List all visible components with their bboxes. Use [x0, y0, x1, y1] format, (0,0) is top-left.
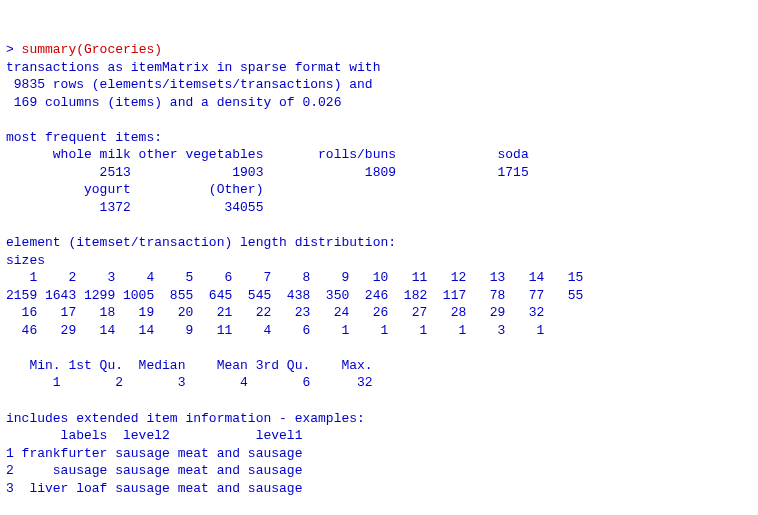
header-line-3: 169 columns (items) and a density of 0.0…	[6, 95, 341, 110]
extinfo-colhead: labels level2 level1	[6, 428, 302, 443]
extinfo-row-3: 3 liver loaf sausage meat and sausage	[6, 481, 302, 496]
lengthdist-heading: element (itemset/transaction) length dis…	[6, 235, 396, 250]
r-command: summary(Groceries)	[22, 42, 162, 57]
lengthdist-counts-row-1: 2159 1643 1299 1005 855 645 545 438 350 …	[6, 288, 583, 303]
header-line-1: transactions as itemMatrix in sparse for…	[6, 60, 380, 75]
extinfo-row-2: 2 sausage sausage meat and sausage	[6, 463, 302, 478]
freq-heading: most frequent items:	[6, 130, 162, 145]
extinfo-heading: includes extended item information - exa…	[6, 411, 365, 426]
lengthdist-sizes-row-1: 1 2 3 4 5 6 7 8 9 10 11 12 13 14 15	[6, 270, 583, 285]
fivenum-header: Min. 1st Qu. Median Mean 3rd Qu. Max.	[6, 358, 373, 373]
freq-item-values-row1: 2513 1903 1809 1715	[6, 165, 529, 180]
lengthdist-counts-row-2: 46 29 14 14 9 11 4 6 1 1 1 1 3 1	[6, 323, 544, 338]
prompt-gt: >	[6, 42, 22, 57]
freq-item-names-row2: yogurt (Other)	[6, 182, 263, 197]
header-line-2: 9835 rows (elements/itemsets/transaction…	[6, 77, 373, 92]
lengthdist-sizes-label: sizes	[6, 253, 45, 268]
fivenum-values: 1 2 3 4 6 32	[6, 375, 373, 390]
freq-item-values-row2: 1372 34055	[6, 200, 263, 215]
freq-item-names-row1: whole milk other vegetables rolls/buns s…	[6, 147, 529, 162]
lengthdist-sizes-row-2: 16 17 18 19 20 21 22 23 24 26 27 28 29 3…	[6, 305, 544, 320]
extinfo-row-1: 1 frankfurter sausage meat and sausage	[6, 446, 302, 461]
